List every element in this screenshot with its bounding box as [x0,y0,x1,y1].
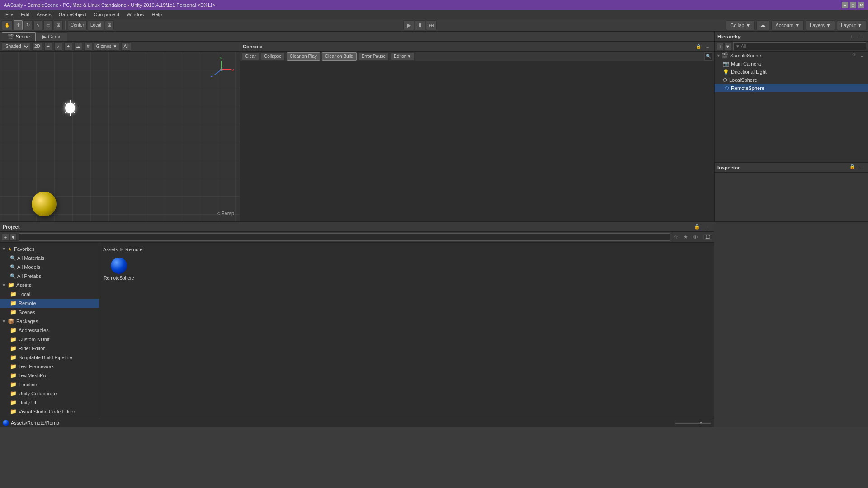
inspector-menu-icon[interactable]: ≡ [857,164,865,172]
project-dropdown-button[interactable]: ▼ [9,234,17,241]
project-filter-icon[interactable]: ☆ [672,233,680,241]
hierarchy-remove-button[interactable]: ▼ [724,43,731,50]
close-button[interactable]: ✕ [858,2,864,8]
project-star-icon[interactable]: ★ [682,233,690,241]
menu-file[interactable]: File [2,11,17,18]
account-button[interactable]: Account ▼ [771,20,804,30]
favorites-section-header[interactable]: ▼ ★ Favorites [0,244,99,253]
collab-button[interactable]: Collab ▼ [726,20,755,30]
project-add-button[interactable]: + [2,234,9,241]
project-search-input[interactable] [19,233,670,241]
menu-window[interactable]: Window [123,11,148,18]
all-button[interactable]: All [121,42,131,51]
center-button[interactable]: Center [68,20,87,30]
multi-tool-button[interactable]: ⊞ [54,20,63,30]
hierarchy-menu-icon[interactable]: ≡ [857,33,865,41]
project-tree-remote[interactable]: 📁 Remote [0,299,99,308]
menu-help[interactable]: Help [148,11,165,18]
extra-button[interactable]: ⊞ [105,20,114,30]
assets-section-header[interactable]: ▼ 📁 Assets [0,281,99,290]
project-tree-timeline[interactable]: 📁 Timeline [0,380,99,389]
hierarchy-scene-root[interactable]: ▼ 🎬 SampleScene 👁 ≡ [715,52,868,60]
project-tree-addressables[interactable]: 📁 Addressables [0,326,99,335]
grid-toggle[interactable]: # [84,42,92,51]
console-menu-icon[interactable]: ≡ [703,42,712,51]
hierarchy-add-icon[interactable]: + [847,33,855,41]
console-lock-icon[interactable]: 🔒 [695,43,702,50]
project-tree-custom-nunit[interactable]: 📁 Custom NUnit [0,335,99,344]
console-search-icon[interactable]: 🔍 [704,52,712,61]
hierarchy-item-local-sphere[interactable]: ⬡ LocalSphere [715,76,868,84]
hierarchy-item-directional-light[interactable]: 💡 Directional Light [715,68,868,76]
step-button[interactable]: ⏭ [426,20,437,30]
svg-line-14 [73,111,76,114]
rect-tool-button[interactable]: ▭ [43,20,53,30]
project-tree: ▼ ★ Favorites 🔍 All Materials 🔍 All Mode… [0,243,99,418]
minimize-button[interactable]: – [842,2,848,8]
project-tree-scenes[interactable]: 📁 Scenes [0,308,99,317]
packages-section-header[interactable]: ▼ 📦 Packages [0,317,99,326]
project-eye-icon[interactable]: 👁 [692,233,700,241]
project-toolbar: + ▼ ☆ ★ 👁 10 [0,232,714,243]
2d-button[interactable]: 2D [32,42,42,51]
inspector-lock-icon[interactable]: 🔒 [849,164,855,170]
project-tree-rider-editor[interactable]: 📁 Rider Editor [0,344,99,353]
separator-1 [65,21,66,30]
tab-scene[interactable]: 🎬 Scene [2,32,36,41]
breadcrumb-remote[interactable]: Remote [125,247,143,252]
error-pause-button[interactable]: Error Pause [359,52,389,61]
remote-sphere-eye[interactable] [717,85,723,91]
collapse-button[interactable]: Collapse [261,52,285,61]
gizmos-button[interactable]: Gizmos ▼ [94,42,120,51]
shading-select[interactable]: Shaded [2,42,30,51]
camera-label: Main Camera [731,61,761,66]
move-tool-button[interactable]: ✛ [14,20,23,30]
editor-button[interactable]: Editor ▼ [391,52,415,61]
remote-sphere-file[interactable]: RemoteSphere [103,256,135,282]
project-lock-icon[interactable]: 🔒 [693,223,701,231]
hierarchy-search-input[interactable] [733,42,866,50]
play-button[interactable]: ▶ [403,20,414,30]
audio-toggle[interactable]: ♪ [54,42,62,51]
menu-assets[interactable]: Assets [33,11,55,18]
project-tree-unity-ui[interactable]: 📁 Unity UI [0,398,99,407]
hand-tool-button[interactable]: ✋ [2,20,13,30]
project-tree-local[interactable]: 📁 Local [0,290,99,299]
hierarchy-item-main-camera[interactable]: 📷 Main Camera [715,60,868,68]
scene-eye-icon[interactable]: 👁 [851,52,857,58]
local-button[interactable]: Local [88,20,104,30]
project-tree-all-materials[interactable]: 🔍 All Materials [0,253,99,263]
menu-gameobject[interactable]: GameObject [55,11,90,18]
project-tree-all-prefabs[interactable]: 🔍 All Prefabs [0,272,99,281]
layout-button[interactable]: Layout ▼ [837,20,866,30]
hierarchy-add-button[interactable]: + [717,43,724,50]
maximize-button[interactable]: □ [850,2,856,8]
clear-on-build-button[interactable]: Clear on Build [322,52,357,61]
breadcrumb-assets[interactable]: Assets [103,247,118,252]
project-header: Project 🔒 ≡ [0,222,714,232]
clear-on-play-button[interactable]: Clear on Play [287,52,320,61]
clear-button[interactable]: Clear [242,52,259,61]
rotate-tool-button[interactable]: ↻ [24,20,33,30]
menu-edit[interactable]: Edit [17,11,33,18]
hidden-toggle[interactable]: ☁ [74,42,82,51]
project-tree-all-models[interactable]: 🔍 All Models [0,263,99,272]
hierarchy-item-remote-sphere[interactable]: ⬡ RemoteSphere [715,84,868,92]
asset-zoom-slider[interactable] [675,422,711,424]
lighting-toggle[interactable]: ☀ [44,42,52,51]
pause-button[interactable]: ⏸ [415,20,425,30]
project-tree-test-framework[interactable]: 📁 Test Framework [0,362,99,371]
project-tree-vscode-editor[interactable]: 📁 Visual Studio Code Editor [0,407,99,416]
scale-tool-button[interactable]: ⤡ [33,20,42,30]
scene-menu-icon[interactable]: ≡ [858,52,866,60]
project-tree-textmeshpro[interactable]: 📁 TextMeshPro [0,371,99,380]
tab-game[interactable]: ▶ Game [37,32,67,41]
scene-canvas[interactable]: X Y Z [0,52,240,221]
menu-component[interactable]: Component [90,11,123,18]
project-menu-icon[interactable]: ≡ [703,223,711,231]
project-tree-unity-collaborate[interactable]: 📁 Unity Collaborate [0,389,99,398]
cloud-button[interactable]: ☁ [756,20,769,30]
layers-button[interactable]: Layers ▼ [806,20,835,30]
effect-toggle[interactable]: ✦ [64,42,72,51]
project-tree-scriptable-build[interactable]: 📁 Scriptable Build Pipeline [0,353,99,362]
